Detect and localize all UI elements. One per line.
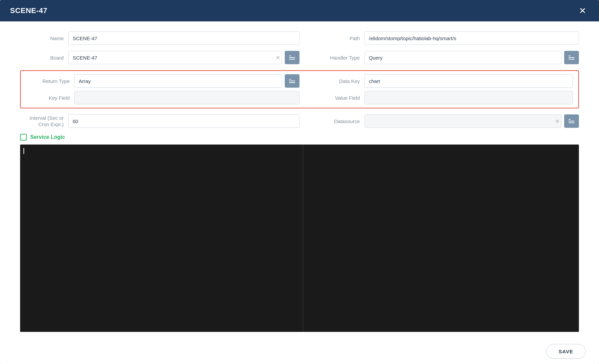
- handler-type-group: Handler Type: [300, 51, 579, 64]
- board-input[interactable]: [68, 51, 282, 64]
- dialog: SCENE-47 ✕ Name Path Board ✕: [0, 0, 599, 364]
- code-cursor: [23, 148, 24, 154]
- board-list-button[interactable]: [285, 51, 300, 64]
- form-row-board-handler: Board ✕ Handler Type: [20, 51, 579, 64]
- datasource-list-button[interactable]: [564, 114, 579, 128]
- key-field-input[interactable]: [74, 91, 300, 104]
- return-type-list-button[interactable]: [285, 74, 300, 88]
- form-row-name-path: Name Path: [20, 31, 579, 45]
- interval-input[interactable]: [68, 114, 300, 128]
- key-field-group: Key Field: [26, 91, 300, 104]
- path-group: Path: [300, 31, 579, 45]
- datasource-label: Datasource: [313, 118, 360, 124]
- handler-type-list-button[interactable]: [564, 51, 579, 64]
- path-label: Path: [313, 35, 360, 41]
- return-type-group: Return Type: [26, 74, 300, 88]
- return-type-input[interactable]: [74, 74, 282, 88]
- interval-label: Interval (Sec orCron Expr.): [20, 115, 64, 128]
- handler-type-list-icon: [569, 56, 575, 60]
- handler-type-input-wrap: [364, 51, 579, 64]
- highlight-row-key-value: Key Field Value Field: [26, 91, 573, 104]
- code-editor-right-panel[interactable]: [303, 145, 579, 332]
- path-input[interactable]: [364, 31, 579, 45]
- code-editor[interactable]: [20, 145, 579, 332]
- service-logic-label: Service Logic: [30, 134, 65, 140]
- dialog-title: SCENE-47: [10, 6, 48, 15]
- highlight-section: Return Type Data Key: [20, 70, 579, 108]
- board-clear-icon[interactable]: ✕: [276, 55, 280, 61]
- value-field-group: Value Field: [300, 91, 573, 104]
- board-label: Board: [20, 55, 64, 61]
- interval-group: Interval (Sec orCron Expr.): [20, 114, 300, 128]
- name-label: Name: [20, 35, 64, 41]
- datasource-clear-icon[interactable]: ✕: [555, 118, 559, 124]
- data-key-group: Data Key: [300, 74, 573, 88]
- board-group: Board ✕: [20, 51, 300, 64]
- datasource-list-icon: [569, 119, 575, 123]
- return-type-label: Return Type: [26, 78, 70, 84]
- dialog-body: Name Path Board ✕: [0, 21, 599, 339]
- highlight-row-return-datakey: Return Type Data Key: [26, 74, 573, 88]
- name-group: Name: [20, 31, 300, 45]
- service-logic-section: Service Logic: [20, 134, 579, 141]
- datasource-input-wrap: ✕: [364, 114, 579, 128]
- datasource-input[interactable]: [364, 114, 561, 128]
- service-logic-checkbox[interactable]: [20, 134, 27, 141]
- handler-type-label: Handler Type: [313, 55, 360, 61]
- close-button[interactable]: ✕: [576, 5, 589, 16]
- save-button[interactable]: SAVE: [546, 344, 586, 359]
- return-type-list-icon: [289, 79, 295, 83]
- dialog-header: SCENE-47 ✕: [0, 0, 599, 21]
- dialog-footer: SAVE: [0, 339, 599, 364]
- board-input-wrap: ✕: [68, 51, 300, 64]
- value-field-label: Value Field: [313, 95, 360, 101]
- form-row-interval-datasource: Interval (Sec orCron Expr.) Datasource ✕: [20, 114, 579, 128]
- value-field-input[interactable]: [364, 91, 573, 104]
- board-list-icon: [289, 56, 295, 60]
- data-key-label: Data Key: [313, 78, 360, 84]
- code-editor-left-panel[interactable]: [20, 145, 303, 332]
- name-input[interactable]: [68, 31, 300, 45]
- key-field-label: Key Field: [26, 95, 70, 101]
- datasource-group: Datasource ✕: [300, 114, 579, 128]
- data-key-input[interactable]: [364, 74, 573, 88]
- handler-type-input[interactable]: [364, 51, 561, 64]
- return-type-input-wrap: [74, 74, 300, 88]
